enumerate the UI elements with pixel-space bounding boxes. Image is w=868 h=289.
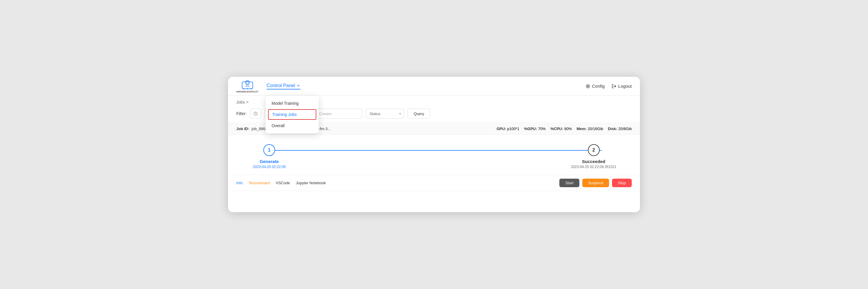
start-button[interactable]: Start bbox=[559, 179, 579, 187]
dropdown-item-training-jobs[interactable]: Training Jobs bbox=[268, 109, 316, 120]
dropdown-item-model-training[interactable]: Model Training bbox=[266, 98, 319, 108]
svg-rect-0 bbox=[242, 82, 253, 89]
logout-icon bbox=[612, 84, 616, 89]
filter-label: Filter: bbox=[236, 111, 247, 116]
step-2-time: 2023-04-25 02:22:09.351521 bbox=[571, 165, 616, 169]
header: SERVERLESSPILOT Control Panel Config bbox=[228, 77, 640, 96]
logo-area: SERVERLESSPILOT bbox=[236, 80, 258, 93]
action-bar: Info Tensorboard VSCode Jupyter Notebook… bbox=[228, 175, 640, 191]
status-select-wrapper: Status ▾ bbox=[366, 108, 404, 119]
step-1: 1 Generate 2023-04-25 02:22:09 bbox=[252, 144, 287, 169]
percent-gpu-value: 70% bbox=[538, 127, 546, 131]
step-2: 2 Succeeded 2023-04-25 02:22:09.351521 bbox=[571, 144, 616, 169]
step-connector bbox=[266, 150, 602, 151]
creator-input[interactable] bbox=[315, 108, 362, 119]
chevron-down-icon bbox=[296, 84, 301, 88]
tab-vscode[interactable]: VSCode bbox=[276, 181, 290, 185]
job-id-label: Job ID: bbox=[236, 127, 249, 131]
gpu-label: GPU: bbox=[497, 127, 506, 131]
stop-button[interactable]: Stop bbox=[612, 179, 632, 187]
svg-point-6 bbox=[250, 88, 252, 89]
filter-clock-icon[interactable] bbox=[250, 108, 261, 119]
svg-point-4 bbox=[243, 88, 244, 89]
svg-point-5 bbox=[247, 88, 248, 89]
step-2-label: Succeeded bbox=[582, 159, 605, 164]
svg-point-1 bbox=[245, 81, 249, 84]
steps-area: 1 Generate 2023-04-25 02:22:09 2 Succeed… bbox=[228, 135, 640, 175]
step-1-label: Generate bbox=[259, 159, 279, 164]
status-select[interactable]: Status bbox=[366, 108, 404, 119]
percent-gpu-label: %GPU: bbox=[524, 127, 537, 131]
gpu-value: p100*1 bbox=[507, 127, 519, 131]
tab-jupyter[interactable]: Jupyter Notebook bbox=[296, 181, 326, 185]
suspend-button[interactable]: Suspend bbox=[582, 179, 609, 187]
main-window: SERVERLESSPILOT Control Panel Config bbox=[228, 77, 640, 212]
percent-cpu-label: %CPU: bbox=[551, 127, 563, 131]
mem-value: 20/16Gib bbox=[588, 127, 603, 131]
tab-tensorboard[interactable]: Tensorboard bbox=[249, 181, 270, 185]
mem-label: Mem: bbox=[577, 127, 587, 131]
logout-button[interactable]: Logout bbox=[612, 84, 632, 89]
job-resources: GPU: p100*1 %GPU: 70% %CPU: 80% Mem: 20/… bbox=[497, 127, 632, 131]
config-button[interactable]: Config bbox=[586, 84, 604, 89]
dropdown-item-overall[interactable]: Overall bbox=[266, 120, 319, 131]
dropdown-menu: Model Training Training Jobs Overall bbox=[266, 96, 319, 133]
header-right: Config Logout bbox=[586, 84, 632, 89]
svg-point-7 bbox=[587, 85, 589, 87]
logo-icon bbox=[242, 80, 253, 90]
tab-info[interactable]: Info bbox=[236, 181, 243, 185]
disk-value: 20/8Gib bbox=[618, 127, 632, 131]
step-2-circle: 2 bbox=[588, 144, 600, 156]
action-buttons: Start Suspend Stop bbox=[559, 179, 632, 187]
step-1-circle: 1 bbox=[264, 144, 275, 156]
percent-cpu-value: 80% bbox=[564, 127, 572, 131]
disk-label: Disk: bbox=[608, 127, 617, 131]
query-button[interactable]: Query bbox=[407, 108, 430, 119]
control-panel-nav[interactable]: Control Panel bbox=[267, 83, 301, 90]
steps-row: 1 Generate 2023-04-25 02:22:09 2 Succeed… bbox=[252, 144, 616, 169]
step-1-time: 2023-04-25 02:22:09 bbox=[253, 165, 285, 169]
logo-text: SERVERLESSPILOT bbox=[236, 91, 258, 93]
gear-icon bbox=[586, 84, 590, 89]
